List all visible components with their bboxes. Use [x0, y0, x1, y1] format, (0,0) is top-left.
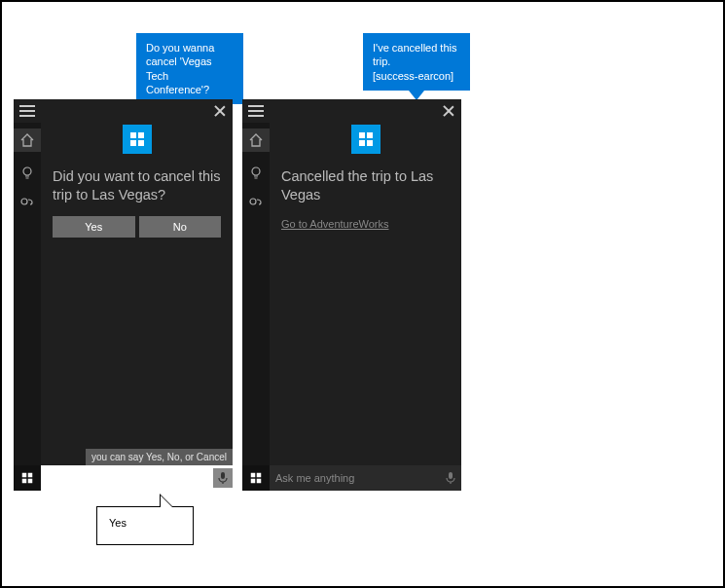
hamburger-icon[interactable] [248, 105, 264, 117]
sidebar [242, 123, 270, 465]
svg-rect-21 [449, 472, 453, 479]
svg-rect-13 [359, 132, 365, 138]
svg-rect-20 [257, 479, 262, 484]
app-tile [351, 125, 381, 154]
svg-rect-14 [367, 132, 373, 138]
svg-rect-7 [28, 473, 33, 478]
svg-point-1 [21, 199, 27, 204]
search-placeholder: Ask me anything [275, 472, 354, 484]
home-icon [248, 132, 264, 148]
hamburger-icon[interactable] [19, 105, 35, 117]
bulb-icon[interactable] [248, 165, 264, 181]
svg-rect-2 [130, 132, 136, 138]
go-to-app-link[interactable]: Go to AdventureWorks [270, 216, 400, 232]
taskbar [14, 465, 233, 491]
taskbar: Ask me anything [242, 465, 461, 491]
content-area: Cancelled the trip to Las Vegas Go to Ad… [270, 123, 461, 465]
voice-hint: you can say Yes, No, or Cancel [86, 449, 233, 465]
bulb-icon[interactable] [19, 165, 35, 181]
tts-text: I've cancelled this trip. [success-earco… [373, 42, 456, 82]
svg-rect-10 [221, 472, 225, 479]
svg-rect-6 [22, 473, 27, 478]
start-button[interactable] [242, 465, 270, 491]
titlebar [14, 99, 233, 123]
cortana-panel-result: Cancelled the trip to Las Vegas Go to Ad… [242, 99, 461, 491]
svg-rect-9 [28, 479, 33, 484]
search-input[interactable] [41, 465, 233, 491]
tts-bubble-left: Do you wanna cancel 'Vegas Tech Conferen… [136, 33, 243, 104]
feedback-icon[interactable] [19, 195, 35, 210]
svg-point-11 [252, 167, 260, 175]
result-text: Cancelled the trip to Las Vegas [270, 154, 461, 216]
svg-rect-5 [138, 140, 144, 146]
sidebar-home[interactable] [242, 129, 270, 152]
user-speech-text: Yes [109, 517, 127, 529]
windows-logo-icon [129, 131, 145, 147]
bubble-tail-fill [161, 496, 172, 507]
svg-rect-3 [138, 132, 144, 138]
user-speech-bubble: Yes [96, 506, 194, 545]
cortana-panel-confirm: Did you want to cancel this trip to Las … [14, 99, 233, 491]
yes-button[interactable]: Yes [53, 216, 135, 238]
svg-rect-19 [251, 479, 256, 484]
mic-icon[interactable] [444, 471, 457, 485]
svg-rect-16 [367, 140, 373, 146]
mic-icon[interactable] [213, 468, 233, 488]
windows-logo-icon [358, 131, 374, 147]
search-input[interactable]: Ask me anything [270, 465, 461, 491]
sidebar-home[interactable] [14, 129, 41, 152]
svg-rect-4 [130, 140, 136, 146]
prompt-text: Did you want to cancel this trip to Las … [41, 154, 233, 216]
home-icon [19, 132, 35, 148]
svg-rect-8 [22, 479, 27, 484]
no-button[interactable]: No [139, 216, 222, 238]
button-row: Yes No [41, 216, 233, 238]
sidebar [14, 123, 41, 465]
app-tile [123, 125, 152, 154]
panel-body: Did you want to cancel this trip to Las … [14, 123, 233, 465]
close-icon[interactable] [442, 104, 455, 118]
tts-text: Do you wanna cancel 'Vegas Tech Conferen… [146, 42, 214, 95]
svg-point-0 [23, 167, 31, 175]
svg-rect-15 [359, 140, 365, 146]
content-area: Did you want to cancel this trip to Las … [41, 123, 233, 465]
svg-rect-17 [251, 473, 256, 478]
windows-start-icon [250, 472, 262, 484]
close-icon[interactable] [213, 104, 227, 118]
panel-body: Cancelled the trip to Las Vegas Go to Ad… [242, 123, 461, 465]
titlebar [242, 99, 461, 123]
svg-rect-18 [257, 473, 262, 478]
tts-bubble-right: I've cancelled this trip. [success-earco… [363, 33, 470, 91]
start-button[interactable] [14, 465, 41, 491]
windows-start-icon [21, 472, 33, 484]
svg-point-12 [250, 199, 256, 204]
feedback-icon[interactable] [248, 195, 264, 210]
